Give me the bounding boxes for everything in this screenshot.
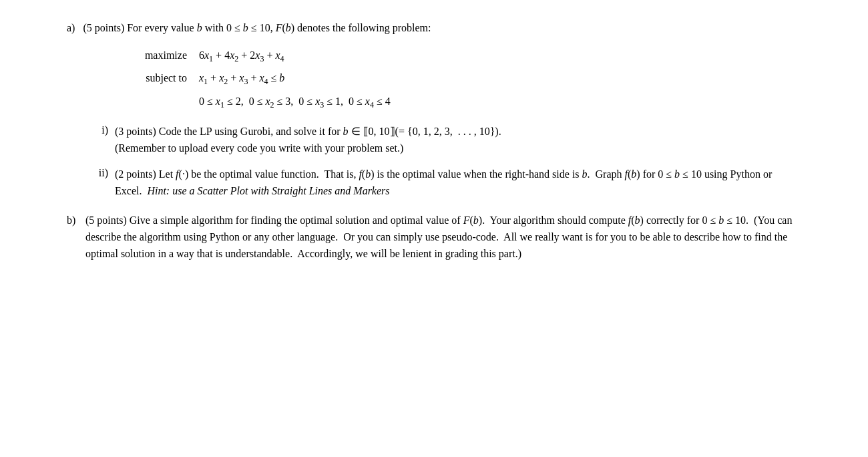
sub-parts-container: i) (3 points) Code the LP using Gurobi, …: [67, 124, 801, 199]
part-b-section: b) (5 points) Give a simple algorithm fo…: [67, 212, 801, 262]
sub-part-ii-content: (2 points) Let f(·) be the optimal value…: [115, 166, 801, 200]
lp-maximize-row: maximize 6x1 + 4x2 + 2x3 + x4: [107, 47, 801, 65]
maximize-label: maximize: [107, 47, 187, 64]
part-a-header: a) (5 points) For every value b with 0 ≤…: [67, 20, 801, 36]
lp-subject-to-row: subject to x1 + x2 + x3 + x4 ≤ b: [107, 69, 801, 88]
sub-part-ii-label: ii): [87, 166, 108, 179]
part-b-content: (5 points) Give a simple algorithm for f…: [85, 212, 801, 262]
sub-part-i-label: i): [87, 124, 108, 136]
lp-formulation: maximize 6x1 + 4x2 + 2x3 + x4 subject to…: [67, 47, 801, 112]
part-a-intro: (5 points) For every value b with 0 ≤ b …: [83, 22, 431, 33]
sub-part-i-content: (3 points) Code the LP using Gurobi, and…: [115, 124, 801, 157]
sub-part-i: i) (3 points) Code the LP using Gurobi, …: [87, 124, 801, 157]
constraint2-expr: 0 ≤ x1 ≤ 2, 0 ≤ x2 ≤ 3, 0 ≤ x3 ≤ 1, 0 ≤ …: [199, 93, 391, 112]
maximize-expr: 6x1 + 4x2 + 2x3 + x4: [199, 47, 284, 65]
part-a-section: a) (5 points) For every value b with 0 ≤…: [67, 20, 801, 199]
constraint1-expr: x1 + x2 + x3 + x4 ≤ b: [199, 69, 284, 88]
subject-to-label: subject to: [107, 69, 187, 87]
sub-part-ii: ii) (2 points) Let f(·) be the optimal v…: [87, 166, 801, 200]
part-b-label: b): [67, 212, 85, 229]
part-b-header: b) (5 points) Give a simple algorithm fo…: [67, 212, 801, 262]
part-a-label: a): [67, 22, 75, 33]
lp-bounds-row: 0 ≤ x1 ≤ 2, 0 ≤ x2 ≤ 3, 0 ≤ x3 ≤ 1, 0 ≤ …: [107, 93, 801, 112]
page-content: a) (5 points) For every value b with 0 ≤…: [67, 20, 801, 263]
